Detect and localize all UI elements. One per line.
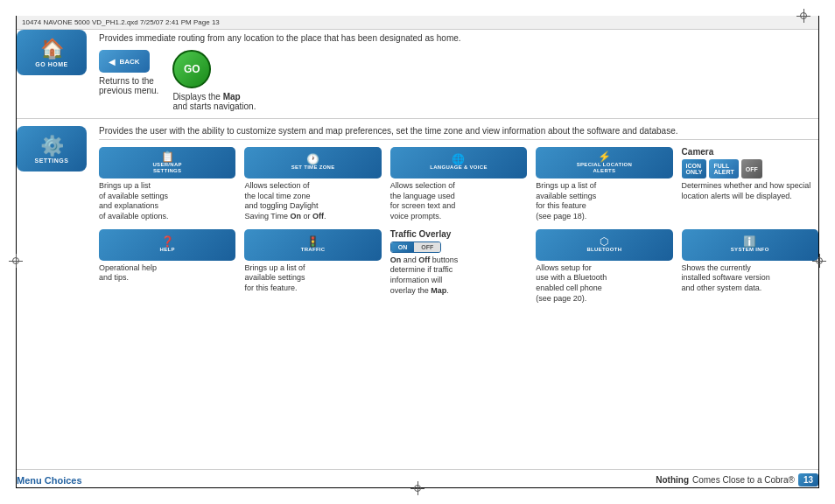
- timezone-button[interactable]: 🕐 SET TIME ZONE: [244, 147, 381, 178]
- help-icon: ❓: [161, 236, 174, 247]
- sysinfo-button[interactable]: ℹ️ SYSTEM INFO: [682, 229, 818, 261]
- sysinfo-label: SYSTEM INFO: [731, 247, 769, 253]
- camera-off-button[interactable]: OFF: [741, 159, 762, 178]
- back-button[interactable]: ◀ BACK: [99, 50, 150, 73]
- camera-label: Camera: [682, 147, 714, 157]
- bluetooth-description: Allows setup foruse with a Bluetoothenab…: [536, 263, 607, 304]
- icon-only-button[interactable]: ICONONLY: [682, 159, 707, 178]
- go-home-button[interactable]: 🏠 GO HOME: [17, 30, 87, 75]
- main-content: 🏠 GO HOME Provides immediate routing fro…: [17, 30, 818, 474]
- timezone-description: Allows selection ofthe local time zonean…: [244, 181, 326, 222]
- crosshair-top-right: [796, 9, 810, 23]
- sysinfo-icon: ℹ️: [743, 236, 756, 247]
- language-button[interactable]: 🌐 LANGUAGE & VOICE: [390, 147, 527, 178]
- traffic-overlay-cell: Traffic Overlay ON OFF On and Off button…: [390, 229, 527, 304]
- usernap-button[interactable]: 📋 USER/NAPSETTINGS: [99, 147, 235, 178]
- alerts-cell: ⚡ SPECIAL LOCATIONALERTS Brings up a lis…: [536, 147, 672, 222]
- usernap-cell: 📋 USER/NAPSETTINGS Brings up a listof av…: [99, 147, 235, 222]
- usernap-description: Brings up a listof available settingsand…: [99, 181, 169, 222]
- traffic-overlay-label: Traffic Overlay: [390, 229, 451, 239]
- alerts-label: SPECIAL LOCATIONALERTS: [577, 162, 632, 174]
- go-home-right: Provides immediate routing from any loca…: [99, 30, 818, 111]
- help-description: Operational helpand tips.: [99, 263, 157, 284]
- timezone-icon: 🕐: [306, 154, 319, 164]
- back-description: Returns to the previous menu.: [99, 76, 158, 95]
- language-label: LANGUAGE & VOICE: [430, 164, 487, 171]
- bluetooth-label: BLUETOOTH: [586, 247, 621, 253]
- traffic-overlay-section: Traffic Overlay ON OFF: [390, 229, 451, 253]
- settings-row-2: ❓ HELP Operational helpand tips. 🚦 TRAFF…: [99, 229, 818, 304]
- home-icon: 🏠: [40, 38, 64, 60]
- timezone-label: SET TIME ZONE: [291, 164, 335, 171]
- back-item: ◀ BACK Returns to the previous menu.: [99, 50, 158, 95]
- footer-nothing: Nothing: [656, 475, 689, 485]
- page-number: 13: [798, 473, 818, 486]
- go-home-section: 🏠 GO HOME Provides immediate routing fro…: [17, 30, 818, 119]
- traffic-label: TRAFFIC: [301, 247, 326, 253]
- language-cell: 🌐 LANGUAGE & VOICE Allows selection ofth…: [390, 147, 527, 222]
- camera-cell: Camera ICONONLY FULLALERT OFF Determines…: [682, 147, 818, 222]
- settings-button[interactable]: ⚙️ SETTINGS: [17, 126, 87, 172]
- sysinfo-description: Shows the currentlyinstalled software ve…: [682, 263, 770, 294]
- traffic-button[interactable]: 🚦 TRAFFIC: [244, 229, 381, 261]
- header-text: 10474 NAVONE 5000 VD_PH1.2.qxd 7/25/07 2…: [22, 18, 220, 26]
- footer-menu-choices: Menu Choices: [17, 475, 82, 486]
- full-alert-button[interactable]: FULLALERT: [709, 159, 738, 178]
- alerts-description: Brings up a list ofavailable settingsfor…: [536, 181, 596, 222]
- sub-buttons-row: ◀ BACK Returns to the previous menu. GO …: [99, 50, 818, 111]
- bluetooth-button[interactable]: ⬡ BLUETOOTH: [536, 229, 672, 261]
- settings-section: ⚙️ SETTINGS Provides the user with the a…: [17, 126, 818, 304]
- help-label: HELP: [160, 247, 175, 253]
- header-bar: 10474 NAVONE 5000 VD_PH1.2.qxd 7/25/07 2…: [17, 16, 818, 30]
- language-icon: 🌐: [452, 154, 465, 164]
- traffic-off-button[interactable]: OFF: [414, 242, 440, 252]
- help-button[interactable]: ❓ HELP: [99, 229, 235, 261]
- back-label: BACK: [119, 58, 139, 66]
- alerts-icon: ⚡: [598, 151, 611, 162]
- settings-row-1: 📋 USER/NAPSETTINGS Brings up a listof av…: [99, 147, 818, 222]
- camera-section: Camera ICONONLY FULLALERT OFF: [682, 147, 762, 178]
- traffic-on-button[interactable]: ON: [391, 242, 415, 252]
- settings-label: SETTINGS: [34, 158, 68, 164]
- alerts-button[interactable]: ⚡ SPECIAL LOCATIONALERTS: [536, 147, 672, 178]
- language-description: Allows selection ofthe language usedfor …: [390, 181, 456, 222]
- camera-buttons: ICONONLY FULLALERT OFF: [682, 159, 762, 178]
- settings-right: Provides the user with the ability to cu…: [99, 126, 818, 304]
- back-arrow-icon: ◀: [109, 57, 116, 66]
- go-home-description: Provides immediate routing from any loca…: [99, 30, 818, 43]
- footer-right: Nothing Comes Close to a Cobra® 13: [656, 473, 818, 486]
- camera-description: Determines whether and how speciallocati…: [682, 181, 811, 201]
- help-cell: ❓ HELP Operational helpand tips.: [99, 229, 235, 304]
- traffic-description: Brings up a list ofavailable settingsfor…: [244, 263, 305, 294]
- go-item: GO Displays the Map and starts navigatio…: [172, 50, 256, 111]
- go-description: Displays the Map and starts navigation.: [172, 92, 256, 111]
- traffic-overlay-buttons: ON OFF: [390, 242, 442, 253]
- go-label: GO: [184, 63, 200, 75]
- go-home-label: GO HOME: [35, 61, 67, 67]
- traffic-cell: 🚦 TRAFFIC Brings up a list ofavailable s…: [244, 229, 381, 304]
- traffic-overlay-description: On and Off buttonsdetermine if trafficin…: [390, 256, 459, 297]
- sysinfo-cell: ℹ️ SYSTEM INFO Shows the currentlyinstal…: [682, 229, 818, 304]
- usernap-icon: 📋: [161, 151, 174, 162]
- settings-description: Provides the user with the ability to cu…: [99, 126, 818, 140]
- bluetooth-icon: ⬡: [600, 236, 608, 247]
- footer-tagline: Comes Close to a Cobra®: [692, 475, 795, 485]
- timezone-cell: 🕐 SET TIME ZONE Allows selection ofthe l…: [244, 147, 381, 222]
- bluetooth-cell: ⬡ BLUETOOTH Allows setup foruse with a B…: [536, 229, 672, 304]
- traffic-icon: 🚦: [306, 236, 319, 247]
- settings-icon: ⚙️: [40, 135, 64, 158]
- usernap-label: USER/NAPSETTINGS: [152, 162, 181, 174]
- footer: Menu Choices Nothing Comes Close to a Co…: [17, 469, 818, 486]
- go-navigate-button[interactable]: GO: [172, 50, 211, 88]
